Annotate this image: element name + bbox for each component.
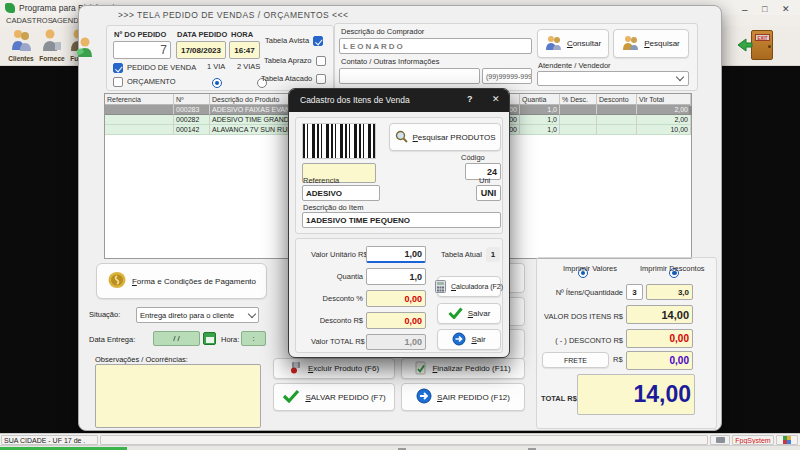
partial-person-icon xyxy=(76,36,93,58)
pagamento-button-label: Forma e Condições de Pagamento xyxy=(132,277,256,286)
contato-field[interactable] xyxy=(339,68,480,84)
desconto-rs-field[interactable]: 0,00 xyxy=(366,312,426,329)
frete-field[interactable]: 0,00 xyxy=(626,351,693,370)
tabela-avista-label: Tabela Avista xyxy=(265,37,309,45)
finalizar-pedido-label: Finalizar Pedido (F11) xyxy=(432,364,510,373)
desconto-total-field: 0,00 xyxy=(626,329,693,348)
modal-referencia-field[interactable]: ADESIVO xyxy=(302,185,380,201)
desconto-total-label: ( - ) DESCONTO R$ xyxy=(538,337,623,345)
table-scrollbar[interactable] xyxy=(689,106,692,115)
tabela-atacado-box[interactable] xyxy=(316,74,326,84)
modal-sair-button[interactable]: Sair xyxy=(437,329,501,350)
excluir-produto-label: Excluir Produto (F6) xyxy=(308,364,379,373)
check-icon xyxy=(282,389,300,405)
excluir-produto-button[interactable]: Excluir Produto (F6) xyxy=(273,358,395,379)
hora-pedido-label: HORA xyxy=(231,31,253,39)
search-icon xyxy=(395,130,408,145)
clientes-icon xyxy=(10,28,32,52)
toolbar-clientes-button[interactable]: Clientes xyxy=(6,28,36,64)
salvar-pedido-button[interactable]: SALVAR PEDIDO (F7) xyxy=(273,383,395,411)
situacao-dropdown[interactable]: Entrega direto para o cliente xyxy=(136,307,259,323)
pesquisar-button[interactable]: Pesquisar xyxy=(613,29,689,58)
modal-quantia-label: Quantia xyxy=(311,273,363,281)
taskbar xyxy=(0,445,800,450)
desconto-pct-label: Desconto % xyxy=(311,295,363,303)
tabela-atacado-checkbox[interactable]: Tabela Atacado xyxy=(261,74,326,84)
modal-desc-field[interactable]: 1ADESIVO TIME PEQUENO xyxy=(302,212,501,228)
valor-itens-label: VALOR DOS ITENS R$ xyxy=(538,313,623,321)
atendente-label: Atendente / Vendedor xyxy=(538,62,611,70)
numero-pedido-field[interactable]: 7 xyxy=(113,41,171,59)
pedido-venda-label: PEDIDO DE VENDA xyxy=(127,64,196,72)
quantidade-field: 3,0 xyxy=(646,284,693,300)
col-quantia[interactable]: Quantia xyxy=(520,94,560,105)
pagamento-button[interactable]: Forma e Condições de Pagamento xyxy=(96,263,267,299)
itens-field: 3 xyxy=(626,284,643,300)
col-vlrtotal[interactable]: Vlr Total xyxy=(637,94,691,105)
item-modal-title: Cadastro dos Itens de Venda xyxy=(300,95,410,105)
modal-uni-label: Uni xyxy=(479,177,490,185)
exit-door-icon: EXIT xyxy=(751,30,773,60)
maximize-button[interactable]: □ xyxy=(762,4,767,14)
sair-pedido-label: SAIR PEDIDO (F12) xyxy=(437,393,510,402)
hora-pedido-field[interactable]: 16:47 xyxy=(229,41,260,59)
tabela-avista-box[interactable] xyxy=(313,36,323,46)
calendar-icon[interactable] xyxy=(203,332,216,345)
data-pedido-field[interactable]: 17/08/2023 xyxy=(176,41,226,59)
finalizar-pedido-button[interactable]: Finalizar Pedido (F11) xyxy=(401,358,525,379)
imprimir-valores-label: Imprimir Valores xyxy=(563,265,617,273)
valor-unitario-field[interactable]: 1,00 xyxy=(366,246,426,263)
item-modal: Cadastro dos Itens de Venda ? ✕ Pesquisa… xyxy=(288,88,510,358)
col-numero[interactable]: Nº xyxy=(174,94,210,105)
observacoes-textarea[interactable] xyxy=(95,364,261,428)
status-middle-panel xyxy=(100,435,708,445)
via1-label: 1 VIA xyxy=(207,63,225,71)
hora-entrega-field[interactable]: : xyxy=(241,331,266,346)
codigo-label: Código xyxy=(461,154,485,162)
close-button[interactable]: ✕ xyxy=(782,4,790,14)
via1-radio[interactable] xyxy=(212,78,222,88)
data-entrega-field[interactable]: / / xyxy=(153,331,200,346)
tabela-aprazo-checkbox[interactable]: Tabela Aprazo xyxy=(264,56,326,66)
coin-icon xyxy=(107,271,127,291)
sair-pedido-button[interactable]: SAIR PEDIDO (F12) xyxy=(401,383,525,411)
item-modal-titlebar[interactable]: Cadastro dos Itens de Venda ? ✕ xyxy=(289,89,509,112)
frete-button-label: FRETE xyxy=(564,357,587,364)
col-desconto[interactable]: Desconto xyxy=(597,94,637,105)
pesquisar-produtos-button[interactable]: Pesquisar PRODUTOS xyxy=(389,123,501,151)
consultar-button[interactable]: Consultar xyxy=(537,29,609,58)
modal-help-button[interactable]: ? xyxy=(467,94,473,104)
status-city-text: SUA CIDADE - UF 17 de . xyxy=(2,437,85,444)
modal-close-button[interactable]: ✕ xyxy=(492,94,500,104)
status-brand-text: FpqSystem xyxy=(735,437,770,444)
fornecedores-icon xyxy=(41,28,63,52)
data-entrega-label: Data Entrega: xyxy=(89,335,135,344)
desconto-pct-field[interactable]: 0,00 xyxy=(366,290,426,307)
pedido-venda-checkbox-box[interactable] xyxy=(113,63,123,73)
observacoes-label: Observações / Ocorrências: xyxy=(95,355,188,364)
toolbar-fornecedores-label: Fornece xyxy=(37,55,67,62)
orcamento-checkbox-box[interactable] xyxy=(113,77,123,87)
calculadora-button[interactable]: Calculadora (F2) xyxy=(437,276,501,297)
modal-quantia-field[interactable]: 1,0 xyxy=(366,268,426,285)
orcamento-checkbox[interactable]: ORÇAMENTO xyxy=(113,77,176,87)
hora-entrega-label: Hora: xyxy=(221,335,239,344)
col-referencia[interactable]: Referencia xyxy=(105,94,174,105)
modal-salvar-button[interactable]: Salvar xyxy=(437,303,501,324)
comprador-field[interactable]: LEONARDO xyxy=(339,38,532,54)
exit-button[interactable]: EXIT xyxy=(737,28,779,65)
tabela-avista-checkbox[interactable]: Tabela Avista xyxy=(265,36,323,46)
salvar-check-icon xyxy=(448,307,463,321)
pedido-venda-checkbox[interactable]: PEDIDO DE VENDA xyxy=(113,63,196,73)
menu-cadastros[interactable]: CADASTROS xyxy=(6,16,53,25)
app-logo-icon xyxy=(5,3,15,13)
minimize-button[interactable]: – xyxy=(742,4,748,15)
atendente-dropdown[interactable] xyxy=(537,71,689,86)
via2-label: 2 VIAS xyxy=(237,63,260,71)
toolbar-fornecedores-button[interactable]: Fornece xyxy=(37,28,67,64)
fone-field[interactable]: (99)99999-9999 xyxy=(482,68,532,84)
col-pdesc[interactable]: % Desc. xyxy=(560,94,597,105)
frete-button[interactable]: FRETE xyxy=(542,352,609,368)
pesquisar-button-label: Pesquisar xyxy=(644,39,680,48)
tabela-aprazo-box[interactable] xyxy=(316,56,326,66)
